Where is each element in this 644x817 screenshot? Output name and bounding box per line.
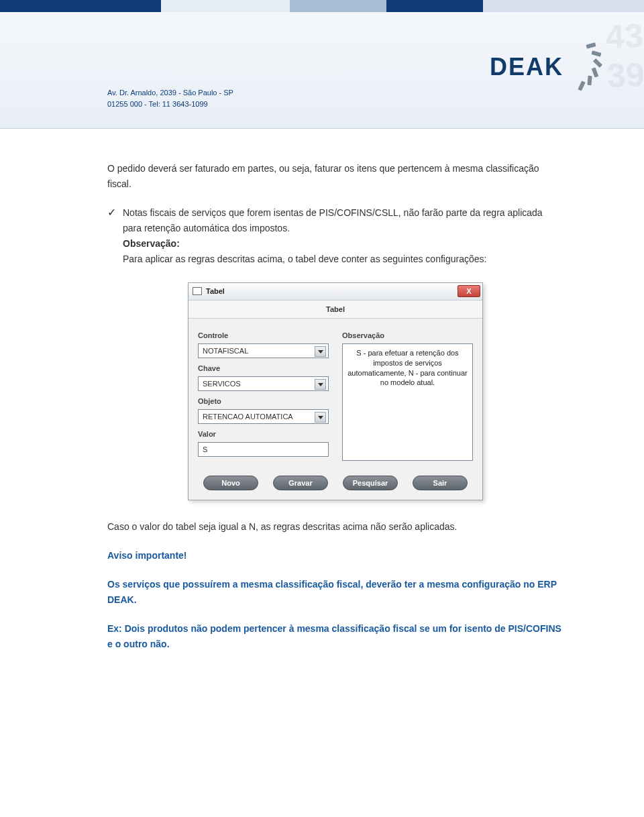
paragraph-after-dialog: Caso o valor do tabel seja igual a N, as… <box>107 519 564 535</box>
address-line1: Av. Dr. Arnaldo, 2039 - São Paulo - SP <box>107 87 233 99</box>
aviso-paragraph-2: Ex: Dois produtos não podem pertencer à … <box>107 621 564 652</box>
observacao-textarea[interactable]: S - para efetuar a retenção dos impostos… <box>342 343 473 461</box>
controle-select[interactable]: NOTAFISCAL <box>198 343 329 358</box>
novo-button[interactable]: Novo <box>203 476 258 490</box>
aviso-title: Aviso importante! <box>107 548 564 563</box>
valor-value: S <box>203 443 207 455</box>
label-observacao: Observação <box>342 329 473 341</box>
logo-text: DEAK <box>490 53 564 81</box>
observacao-content: S - para efetuar a retenção dos impostos… <box>347 349 468 387</box>
bullet-item-1: ✓ Notas fiscais de serviços que forem is… <box>107 205 564 267</box>
header-decorative-numbers: 4339 <box>605 16 644 95</box>
chevron-down-icon <box>318 383 323 386</box>
company-address: Av. Dr. Arnaldo, 2039 - São Paulo - SP 0… <box>107 87 233 109</box>
label-valor: Valor <box>198 428 329 440</box>
gravar-button[interactable]: Gravar <box>273 476 328 490</box>
objeto-select[interactable]: RETENCAO AUTOMATICA <box>198 409 329 424</box>
objeto-value: RETENCAO AUTOMATICA <box>203 411 293 423</box>
chevron-down-icon <box>318 350 323 353</box>
label-objeto: Objeto <box>198 395 329 407</box>
dialog-titlebar: Tabel X <box>189 283 482 301</box>
close-button[interactable]: X <box>458 285 480 297</box>
pesquisar-button[interactable]: Pesquisar <box>343 476 398 490</box>
sair-button[interactable]: Sair <box>413 476 468 490</box>
paragraph-intro: O pedido deverá ser faturado em partes, … <box>107 161 564 192</box>
tabel-dialog-figure: Tabel X Tabel Controle NOTAFISCAL Chave … <box>188 282 483 500</box>
dialog-tab-title: Tabel <box>189 301 482 319</box>
tabel-dialog: Tabel X Tabel Controle NOTAFISCAL Chave … <box>188 282 483 500</box>
valor-input[interactable]: S <box>198 442 329 457</box>
address-line2: 01255 000 - Tel: 11 3643-1099 <box>107 99 233 110</box>
observacao-label: Observação: <box>123 238 180 249</box>
controle-value: NOTAFISCAL <box>203 345 248 357</box>
bullet-1-text: Notas fiscais de serviços que forem isen… <box>123 207 543 233</box>
page-header: 4339 Av. Dr. Arnaldo, 2039 - São Paulo -… <box>0 0 644 129</box>
chave-value: SERVICOS <box>203 378 241 390</box>
company-logo: DEAK <box>490 44 604 91</box>
checkmark-icon: ✓ <box>107 205 116 267</box>
logo-arc-icon <box>572 44 604 91</box>
chave-select[interactable]: SERVICOS <box>198 376 329 391</box>
observacao-text: Para aplicar as regras descritas acima, … <box>123 254 486 264</box>
document-body: O pedido deverá ser faturado em partes, … <box>0 129 644 652</box>
aviso-paragraph-1: Os serviços que possuírem a mesma classi… <box>107 577 564 608</box>
header-color-strip <box>0 0 644 12</box>
window-icon <box>193 287 202 295</box>
label-chave: Chave <box>198 362 329 374</box>
dialog-window-title: Tabel <box>206 285 225 297</box>
label-controle: Controle <box>198 329 329 341</box>
chevron-down-icon <box>318 416 323 419</box>
